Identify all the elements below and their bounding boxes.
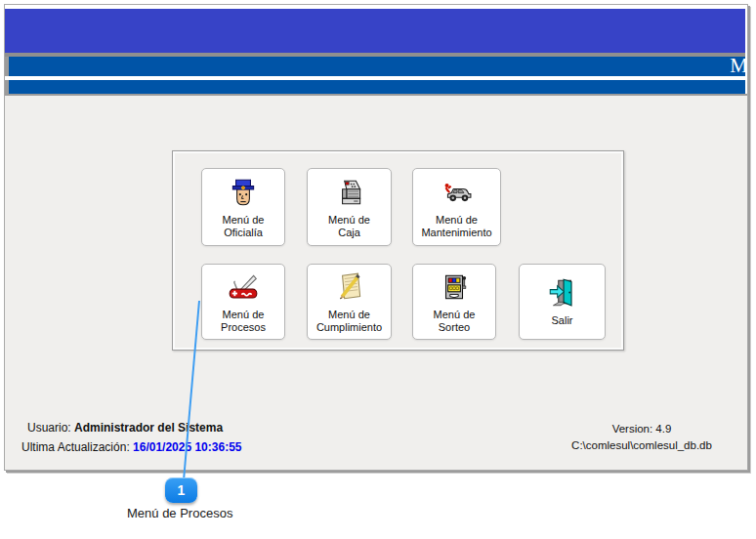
db-path: C:\comlesul\comlesul_db.db — [544, 437, 739, 454]
salir-label: Salir — [551, 314, 572, 327]
screenshot-stage: M — [0, 0, 756, 539]
callout-badge-1: 1 — [165, 477, 197, 503]
status-user: Usuario: Administrador del Sistema — [27, 421, 223, 435]
menu-procesos-label: Menú de Procesos — [221, 309, 266, 334]
status-update: Ultima Actualización: 16/01/2025 10:36:5… — [21, 440, 241, 454]
menu-mantenimiento-label: Menú de Mantenimiento — [421, 214, 491, 239]
marquee-bar: M — [5, 57, 745, 76]
menu-cumplimiento-button[interactable]: Menú de Cumplimiento — [307, 264, 392, 340]
notepad-pencil-icon — [333, 270, 366, 306]
menu-oficialia-label: Menú de Oficialía — [223, 214, 265, 239]
menu-sorteo-label: Menú de Sorteo — [434, 309, 476, 334]
app-window: M — [4, 4, 748, 471]
car-repair-icon — [441, 176, 474, 211]
user-label: Usuario: — [27, 421, 74, 435]
menu-cumplimiento-label: Menú de Cumplimiento — [316, 309, 382, 334]
salir-button[interactable]: Salir — [519, 264, 606, 340]
title-bar — [5, 9, 745, 53]
version-box: Version: 4.9 C:\comlesul\comlesul_db.db — [544, 421, 739, 454]
police-officer-icon — [227, 176, 260, 211]
update-label: Ultima Actualización: — [21, 440, 133, 454]
menu-caja-button[interactable]: Menú de Caja — [307, 168, 392, 246]
update-value: 16/01/2025 10:36:55 — [133, 440, 241, 454]
user-value: Administrador del Sistema — [74, 421, 223, 435]
cash-register-icon — [333, 176, 366, 211]
menu-sorteo-button[interactable]: Menú de Sorteo — [412, 264, 496, 340]
menu-procesos-button[interactable]: Menú de Procesos — [201, 264, 285, 340]
version-line: Version: 4.9 — [544, 421, 739, 437]
slot-machine-icon — [438, 270, 471, 306]
header-strip — [5, 80, 745, 94]
menu-caja-label: Menú de Caja — [328, 214, 370, 239]
menu-oficialia-button[interactable]: Menú de Oficialía — [201, 168, 285, 246]
callout-label: Menú de Procesos — [127, 506, 232, 520]
menu-mantenimiento-button[interactable]: Menú de Mantenimiento — [412, 168, 501, 246]
main-content: Menú de Oficialía Me — [5, 94, 747, 470]
marquee-text: M — [730, 57, 745, 76]
callout-badge-number: 1 — [178, 482, 186, 498]
swiss-knife-icon — [227, 270, 260, 306]
exit-door-icon — [546, 276, 579, 311]
